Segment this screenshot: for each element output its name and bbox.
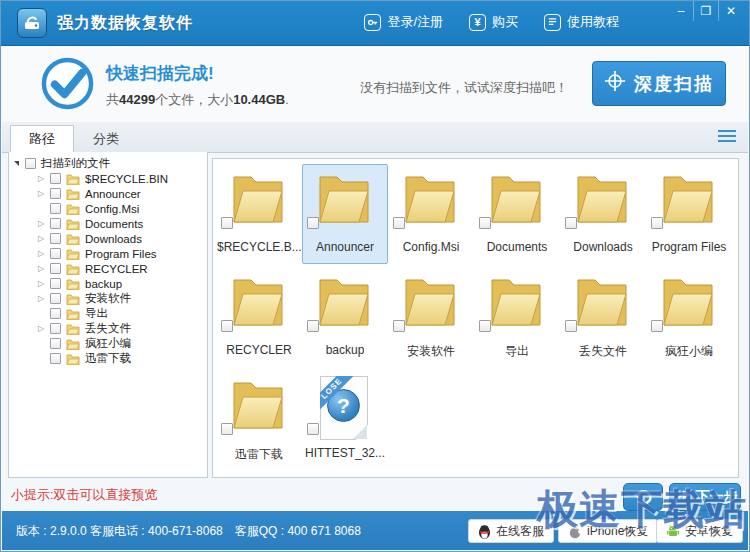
tree-item[interactable]: ▷ 丢失文件 bbox=[9, 321, 207, 336]
close-button[interactable]: ✕ bbox=[718, 1, 743, 21]
tree-item-label: 导出 bbox=[85, 306, 108, 321]
expander-icon[interactable]: ▷ bbox=[37, 189, 45, 198]
checkbox[interactable] bbox=[50, 203, 61, 214]
file-tile[interactable]: Documents bbox=[474, 164, 560, 264]
online-service-button[interactable]: 在线客服 bbox=[468, 519, 554, 543]
back-button[interactable] bbox=[623, 483, 663, 511]
folder-icon bbox=[66, 263, 80, 275]
folder-icon bbox=[484, 271, 548, 331]
checkbox[interactable] bbox=[393, 320, 405, 332]
tree-item[interactable]: ▷ Announcer bbox=[9, 186, 207, 201]
file-tile[interactable]: RECYCLER bbox=[216, 267, 302, 367]
checkbox[interactable] bbox=[221, 423, 233, 435]
expander-icon[interactable]: ▷ bbox=[37, 234, 45, 243]
folder-icon bbox=[226, 168, 290, 228]
tree-item[interactable]: ▷ 安装软件 bbox=[9, 291, 207, 306]
checkbox[interactable] bbox=[565, 320, 577, 332]
tree-item[interactable]: Config.Msi bbox=[9, 201, 207, 216]
checkbox[interactable] bbox=[50, 338, 61, 349]
view-menu-icon[interactable] bbox=[718, 130, 736, 145]
tree-item[interactable]: 导出 bbox=[9, 306, 207, 321]
file-tile[interactable]: ? LOSE HITTEST_32... bbox=[302, 370, 388, 470]
tree-item[interactable]: ▷ $RECYCLE.BIN bbox=[9, 171, 207, 186]
maximize-button[interactable]: ❐ bbox=[693, 1, 718, 21]
tutorial-button[interactable]: 使用教程 bbox=[544, 13, 619, 31]
checkbox[interactable] bbox=[50, 308, 61, 319]
checkbox[interactable] bbox=[50, 188, 61, 199]
checkbox[interactable] bbox=[50, 323, 61, 334]
expanded-triangle-icon[interactable] bbox=[14, 161, 19, 166]
folder-icon bbox=[66, 293, 80, 305]
checkbox[interactable] bbox=[307, 320, 319, 332]
expander-icon[interactable]: ▷ bbox=[37, 174, 45, 183]
tile-label: 丢失文件 bbox=[579, 343, 627, 360]
tab-category[interactable]: 分类 bbox=[74, 125, 138, 152]
tree-item[interactable]: ▷ Downloads bbox=[9, 231, 207, 246]
expander-icon[interactable]: ▷ bbox=[37, 249, 45, 258]
expander-icon[interactable]: ▷ bbox=[37, 219, 45, 228]
file-tile[interactable]: Announcer bbox=[302, 164, 388, 264]
checkbox[interactable] bbox=[479, 320, 491, 332]
checkbox[interactable] bbox=[50, 173, 61, 184]
tree-item-label: Announcer bbox=[85, 188, 141, 200]
android-recovery-button[interactable]: 安卓恢复 bbox=[656, 519, 743, 543]
scan-result-header: 快速扫描完成! 共44299个文件，大小10.44GB. 没有扫描到文件，试试深… bbox=[2, 46, 748, 123]
checkbox[interactable] bbox=[50, 353, 61, 364]
expander-icon[interactable]: ▷ bbox=[37, 324, 45, 333]
next-step-button[interactable]: 下一步 bbox=[669, 483, 741, 511]
version-contact-info: 版本 : 2.9.0.0 客服电话 : 400-671-8068 客服QQ : … bbox=[16, 523, 361, 540]
checkbox[interactable] bbox=[50, 248, 61, 259]
file-tile[interactable]: backup bbox=[302, 267, 388, 367]
folder-icon bbox=[66, 323, 80, 335]
folder-icon bbox=[312, 271, 376, 331]
expander-icon[interactable]: ▷ bbox=[37, 264, 45, 273]
tree-item-label: $RECYCLE.BIN bbox=[85, 173, 168, 185]
tree-item[interactable]: ▷ Program Files bbox=[9, 246, 207, 261]
tree-item[interactable]: 迅雷下载 bbox=[9, 351, 207, 366]
checkbox[interactable] bbox=[50, 218, 61, 229]
undo-arrow-icon bbox=[633, 488, 653, 506]
expander-icon[interactable]: ▷ bbox=[37, 279, 45, 288]
checkbox[interactable] bbox=[221, 217, 233, 229]
file-tile[interactable]: 丢失文件 bbox=[560, 267, 646, 367]
file-tile[interactable]: Program Files bbox=[646, 164, 732, 264]
tree-item-label: Program Files bbox=[85, 248, 157, 260]
tree-root-item[interactable]: 扫描到的文件 bbox=[9, 156, 207, 171]
tree-item[interactable]: ▷ RECYCLER bbox=[9, 261, 207, 276]
file-tile[interactable]: Downloads bbox=[560, 164, 646, 264]
checkbox[interactable] bbox=[50, 263, 61, 274]
file-tile[interactable]: 疯狂小编 bbox=[646, 267, 732, 367]
checkbox[interactable] bbox=[651, 217, 663, 229]
tree-item[interactable]: 疯狂小编 bbox=[9, 336, 207, 351]
tab-path[interactable]: 路径 bbox=[10, 125, 74, 152]
checkbox[interactable] bbox=[307, 423, 319, 435]
buy-button[interactable]: ¥ 购买 bbox=[469, 13, 518, 31]
checkbox[interactable] bbox=[50, 278, 61, 289]
login-register-button[interactable]: 登录/注册 bbox=[364, 13, 443, 31]
iphone-recovery-button[interactable]: iPhone恢复 bbox=[558, 519, 658, 543]
checkbox[interactable] bbox=[393, 217, 405, 229]
checkbox[interactable] bbox=[50, 233, 61, 244]
file-tile[interactable]: 迅雷下载 bbox=[216, 370, 302, 470]
checkbox[interactable] bbox=[50, 293, 61, 304]
yuan-icon: ¥ bbox=[469, 14, 486, 31]
minimize-button[interactable]: – bbox=[669, 1, 693, 21]
expander-icon[interactable]: ▷ bbox=[37, 294, 45, 303]
tile-label: RECYCLER bbox=[226, 343, 291, 357]
checkbox[interactable] bbox=[565, 217, 577, 229]
checkbox[interactable] bbox=[479, 217, 491, 229]
checkbox[interactable] bbox=[307, 217, 319, 229]
checkbox[interactable] bbox=[221, 320, 233, 332]
file-tile[interactable]: 安装软件 bbox=[388, 267, 474, 367]
checkbox[interactable] bbox=[651, 320, 663, 332]
tree-item-label: 疯狂小编 bbox=[85, 336, 131, 351]
tree-item[interactable]: ▷ Documents bbox=[9, 216, 207, 231]
file-tile[interactable]: Config.Msi bbox=[388, 164, 474, 264]
tile-label: Program Files bbox=[652, 240, 727, 254]
file-tile[interactable]: $RECYCLE.B... bbox=[216, 164, 302, 264]
forward-arrow-icon bbox=[673, 490, 691, 505]
tree-item[interactable]: ▷ backup bbox=[9, 276, 207, 291]
deep-scan-button[interactable]: 深度扫描 bbox=[592, 61, 726, 106]
checkbox[interactable] bbox=[25, 158, 36, 169]
file-tile[interactable]: 导出 bbox=[474, 267, 560, 367]
